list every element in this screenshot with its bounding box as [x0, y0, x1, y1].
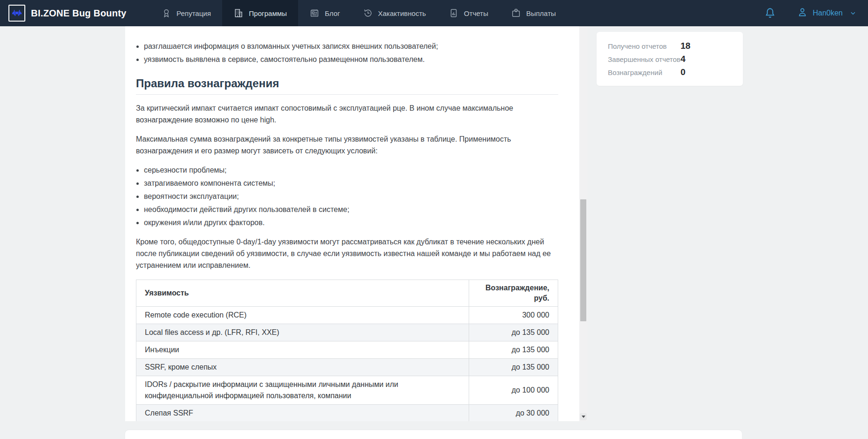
table-row: Remote code execution (RCE) 300 000 [136, 307, 558, 324]
nav-label: Программы [249, 9, 287, 17]
exclusions-list: разглашается информация о взломанных уче… [136, 40, 558, 65]
brand[interactable]: BI.ZONE Bug Bounty [0, 5, 127, 22]
report-icon [449, 8, 459, 18]
down-arrow-icon [582, 416, 585, 418]
history-icon [363, 8, 373, 18]
next-section-card [125, 430, 742, 439]
stat-label: Вознаграждений [608, 68, 681, 76]
list-item: серьезности проблемы; [144, 164, 558, 176]
program-description-panel: разглашается информация о взломанных уче… [125, 26, 587, 421]
vulnerability-cell: Local files access и др. (LFR, RFI, XXE) [136, 324, 469, 341]
paragraph: Максимальная сумма вознаграждений за кон… [136, 133, 558, 157]
award-icon [161, 8, 172, 18]
reward-cell: 300 000 [469, 307, 558, 324]
scrollbar-down-button[interactable] [580, 413, 587, 420]
conditions-list: серьезности проблемы; затрагиваемого ком… [136, 164, 558, 228]
nav-item-blog[interactable]: Блог [298, 0, 351, 26]
table-row: IDORs / раскрытие информации с защищенны… [136, 376, 558, 405]
main-nav: Репутация Программы [150, 0, 567, 26]
stat-value: 18 [681, 41, 690, 51]
table-row: Инъекции до 135 000 [136, 341, 558, 359]
reward-cell: до 135 000 [469, 359, 558, 376]
table-row: SSRF, кроме слепых до 135 000 [136, 359, 558, 376]
buildings-icon [233, 8, 244, 18]
list-item: вероятности эксплуатации; [144, 190, 558, 202]
bizone-logo-icon [8, 5, 25, 22]
stat-row-rewards: Вознаграждений 0 [608, 66, 732, 79]
stat-label: Получено отчетов [608, 42, 681, 50]
nav-item-programs[interactable]: Программы [222, 0, 298, 26]
heading-divider [136, 94, 558, 95]
nav-item-hackactivity[interactable]: Хакактивность [352, 0, 437, 26]
content-scrollbar[interactable] [579, 26, 587, 421]
bug-glyph-icon [12, 10, 22, 17]
stat-value: 0 [681, 67, 686, 77]
stat-label: Завершенных отчетов [608, 55, 681, 63]
column-header-reward: Вознаграждение, руб. [469, 280, 558, 307]
vulnerability-cell: IDORs / раскрытие информации с защищенны… [136, 376, 469, 405]
list-item: разглашается информация о взломанных уче… [144, 40, 558, 52]
top-navbar: BI.ZONE Bug Bounty Репутация [0, 0, 868, 26]
table-row: Local files access и др. (LFR, RFI, XXE)… [136, 324, 558, 341]
nav-item-reports[interactable]: Отчеты [437, 0, 500, 26]
vulnerability-cell: Remote code execution (RCE) [136, 307, 469, 324]
app-screen: BI.ZONE Bug Bounty Репутация [0, 0, 868, 439]
nav-item-payouts[interactable]: Выплаты [500, 0, 567, 26]
user-icon [797, 7, 808, 20]
list-item: затрагиваемого компонента системы; [144, 177, 558, 189]
paragraph: Кроме того, общедоступные 0-day/1-day уя… [136, 236, 558, 271]
nav-label: Репутация [177, 9, 211, 17]
nav-label: Хакактивность [378, 9, 426, 17]
nav-label: Выплаты [526, 9, 556, 17]
reward-cell: до 135 000 [469, 324, 558, 341]
navbar-right: Han0ken [764, 7, 868, 20]
vulnerability-cell: Инъекции [136, 341, 469, 359]
program-stats-card: Получено отчетов 18 Завершенных отчетов … [597, 32, 743, 86]
brand-title: BI.ZONE Bug Bounty [31, 8, 127, 19]
rewards-rules-heading: Правила вознаграждения [136, 76, 558, 91]
stat-row-received-reports: Получено отчетов 18 [608, 39, 732, 53]
nav-label: Отчеты [464, 9, 488, 17]
list-item: необходимости действий других пользовате… [144, 204, 558, 215]
briefcase-icon [511, 8, 521, 18]
reward-cell: до 135 000 [469, 341, 558, 359]
vulnerability-cell: Слепая SSRF [136, 405, 469, 422]
column-header-vulnerability: Уязвимость [136, 280, 469, 307]
chevron-down-icon [849, 9, 857, 17]
list-item: уязвимость выявлена в сервисе, самостоят… [144, 53, 558, 65]
nav-label: Блог [325, 9, 340, 17]
notifications-bell-icon[interactable] [764, 7, 776, 19]
newspaper-icon [309, 8, 320, 18]
user-menu[interactable]: Han0ken [797, 7, 857, 20]
list-item: окружения и/или других факторов. [144, 217, 558, 228]
reward-cell: до 30 000 [469, 405, 558, 422]
stat-value: 4 [681, 54, 686, 64]
rewards-table: Уязвимость Вознаграждение, руб. Remote c… [136, 280, 558, 421]
program-description-content: разглашается информация о взломанных уче… [125, 40, 587, 421]
stat-row-completed-reports: Завершенных отчетов 4 [608, 53, 732, 66]
user-name: Han0ken [813, 9, 843, 17]
nav-item-reputation[interactable]: Репутация [150, 0, 222, 26]
paragraph: За критический импакт считается импакт с… [136, 102, 558, 126]
scrollbar-thumb[interactable] [580, 199, 586, 321]
vulnerability-cell: SSRF, кроме слепых [136, 359, 469, 376]
table-header-row: Уязвимость Вознаграждение, руб. [136, 280, 558, 307]
table-row: Слепая SSRF до 30 000 [136, 405, 558, 422]
reward-cell: до 100 000 [469, 376, 558, 405]
